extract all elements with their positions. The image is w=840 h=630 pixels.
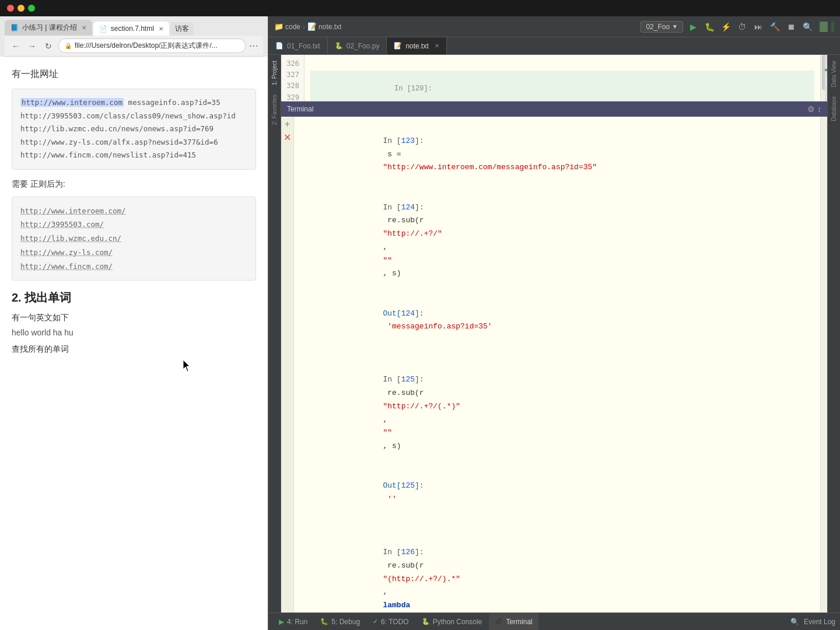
bottom-right: 🔍 Event Log <box>790 618 835 626</box>
editor-main: 326 327 328 329 In [120]: <box>281 55 827 612</box>
bottom-tab-run[interactable]: ▶ 4: Run <box>273 613 313 630</box>
find-label: 查找所有的单词 <box>12 344 256 355</box>
editor-scrollbar[interactable] <box>820 55 827 101</box>
sidebar-item-favorites[interactable]: 2: Favorites <box>270 91 279 128</box>
file-icon: 📝 <box>307 22 317 31</box>
maximize-button[interactable] <box>28 5 35 12</box>
profile-button[interactable]: ⏱ <box>736 20 748 33</box>
line-num-326: 326 <box>286 58 299 69</box>
file-tab-icon-1: 🐍 <box>335 42 343 50</box>
file-tabs: 📄 01_Foo.txt 🐍 02_Foo.py 📝 note.txt ✕ <box>268 37 840 55</box>
refresh-button[interactable]: ↻ <box>42 40 55 52</box>
result-box: http://www.interoem.com/ http://3995503.… <box>12 197 256 281</box>
main-layout: 📘 小练习 | 课程介绍 ✕ 📄 section.7.html ✕ 访客 ← →… <box>0 16 840 630</box>
sidebar-item-project[interactable]: 1: Project <box>270 57 279 89</box>
more-button[interactable]: ⋯ <box>249 40 258 51</box>
bottom-toolbar: ▶ 4: Run 🐛 5: Debug ✓ 6: TODO 🐍 Python C… <box>268 612 840 630</box>
sidebar-item-dataview[interactable]: Data View <box>830 57 838 90</box>
close-icon[interactable]: ✕ <box>435 43 439 49</box>
result-line-4: http://www.fincm.com/ <box>20 260 247 274</box>
panel-toggle-right[interactable] <box>820 22 828 32</box>
browser-tab-0[interactable]: 📘 小练习 | 课程介绍 ✕ <box>5 20 92 36</box>
bottom-tab-todo[interactable]: ✓ 6: TODO <box>367 613 415 630</box>
file-tab-1[interactable]: 🐍 02_Foo.py <box>328 37 387 54</box>
bottom-tab-debug[interactable]: 🐛 5: Debug <box>314 613 366 630</box>
terminal-line-124-out: Out[124]: 'messageinfo.asp?id=35' <box>301 294 813 347</box>
code-line-326 <box>310 58 814 71</box>
address-text: file:///Users/delron/Desktop/正则表达式课件/... <box>75 41 239 51</box>
browser-pane: 📘 小练习 | 课程介绍 ✕ 📄 section.7.html ✕ 访客 ← →… <box>0 16 268 630</box>
file-tab-icon-2: 📝 <box>394 42 402 50</box>
file-tab-0[interactable]: 📄 01_Foo.txt <box>268 37 328 54</box>
terminal-gear-icon[interactable]: ⚙ <box>807 104 815 114</box>
tab-icon-1: 📄 <box>99 25 107 33</box>
close-button[interactable] <box>7 5 14 12</box>
tab-icon-0: 📘 <box>10 24 19 32</box>
coverage-button[interactable]: ⚡ <box>719 20 732 33</box>
ide-title-bar: 📁 code › 📝 note.txt 02_Foo ▼ ▶ 🐛 ⚡ ⏱ ⏭ <box>268 16 840 37</box>
event-log-label[interactable]: Event Log <box>804 618 835 626</box>
breadcrumb-file: 📝 note.txt <box>307 22 341 31</box>
gutter-marker <box>825 69 827 71</box>
search-ide-button[interactable]: 🔍 <box>801 20 814 33</box>
run-button[interactable]: ▶ <box>687 20 699 33</box>
python-console-label: Python Console <box>433 618 482 626</box>
side-panel-left: 1: Project 2: Favorites <box>268 55 281 612</box>
terminal-add-icon[interactable]: + <box>285 119 290 130</box>
back-button[interactable]: ← <box>9 40 22 52</box>
bottom-tab-python-console[interactable]: 🐍 Python Console <box>416 613 488 630</box>
python-icon: 🐍 <box>422 618 430 625</box>
terminal-settings-icon[interactable]: ↕ <box>817 104 821 114</box>
url-line-4: http://www.fincm.com/newslist.asp?id=415 <box>20 149 247 162</box>
terminal-close-icon[interactable]: ✕ <box>284 132 291 143</box>
code-area[interactable]: In [120]: <box>304 55 820 101</box>
browser-tab-label-0: 小练习 | 课程介绍 <box>22 23 77 33</box>
address-bar[interactable]: 🔒 file:///Users/delron/Desktop/正则表达式课件/.… <box>58 38 246 53</box>
breadcrumb-code: 📁 code <box>274 22 300 31</box>
result-line-3: http://www.zy-ls.com/ <box>20 246 247 260</box>
right-panel-items: Data View Database <box>828 55 839 127</box>
forward-button[interactable]: → <box>26 40 38 52</box>
browser-tab-close-0[interactable]: ✕ <box>82 24 86 31</box>
url-line-3: http://www.zy-ls.com/alfx.asp?newsid=377… <box>20 136 247 149</box>
stop-button[interactable]: ⏹ <box>785 20 797 33</box>
file-tab-2[interactable]: 📝 note.txt ✕ <box>387 37 446 54</box>
terminal-line-124-in: In [124]: re.sub(r "http://.+?/" , "" , … <box>301 188 813 294</box>
browser-tabs: 📘 小练习 | 课程介绍 ✕ 📄 section.7.html ✕ 访客 <box>5 20 263 36</box>
line-num-329: 329 <box>286 92 299 102</box>
run-config[interactable]: 02_Foo ▼ <box>640 21 683 33</box>
breadcrumb: 📁 code › 📝 note.txt <box>274 22 341 31</box>
side-panel-right: Data View Database <box>827 55 840 612</box>
result-line-1: http://3995503.com/ <box>20 218 247 232</box>
url-line-0: http://www.interoem.com messageinfo.asp?… <box>20 96 247 110</box>
visit-btn[interactable]: 访客 <box>170 22 194 36</box>
terminal-icon: ⬛ <box>495 618 503 625</box>
sidebar-item-database[interactable]: Database <box>830 93 838 125</box>
terminal-title: Terminal <box>287 105 313 113</box>
run-icon: ▶ <box>279 618 284 626</box>
browser-chrome: 📘 小练习 | 课程介绍 ✕ 📄 section.7.html ✕ 访客 ← →… <box>0 16 268 57</box>
minimize-button[interactable] <box>18 5 24 12</box>
step-button[interactable]: ⏭ <box>752 20 765 33</box>
terminal-content[interactable]: In [123]: s = "http://www.interoem.com/m… <box>294 117 820 612</box>
terminal-scrollbar[interactable] <box>820 117 827 612</box>
line-numbers: 326 327 328 329 <box>281 55 304 101</box>
debug-button[interactable]: 🐛 <box>703 20 716 33</box>
search-icon-bottom[interactable]: 🔍 <box>790 618 799 626</box>
terminal-blank-2 <box>301 520 813 533</box>
build-button[interactable]: 🔨 <box>768 20 781 33</box>
chevron-down-icon: ▼ <box>672 23 678 30</box>
browser-tab-close-1[interactable]: ✕ <box>159 26 163 32</box>
bottom-tab-terminal[interactable]: ⬛ Terminal <box>489 613 538 630</box>
browser-nav: ← → ↻ 🔒 file:///Users/delron/Desktop/正则表… <box>5 36 263 57</box>
browser-content: 有一批网址 http://www.interoem.com messageinf… <box>0 57 268 630</box>
terminal-line-125-out: Out[125]: '' <box>301 467 813 520</box>
terminal-line-126-in: In [126]: re.sub(r "(http://.+?/).*" , l… <box>301 533 813 612</box>
terminal-blank-1 <box>301 347 813 360</box>
ide-body: 1: Project 2: Favorites 326 327 328 329 <box>268 55 840 612</box>
browser-tab-1[interactable]: 📄 section.7.html ✕ <box>93 22 169 36</box>
url-line-1: http://3995503.com/class/class09/news_sh… <box>20 110 247 123</box>
todo-icon: ✓ <box>373 618 378 625</box>
section1-title: 有一批网址 <box>12 68 256 80</box>
window-title-bar <box>0 0 840 16</box>
